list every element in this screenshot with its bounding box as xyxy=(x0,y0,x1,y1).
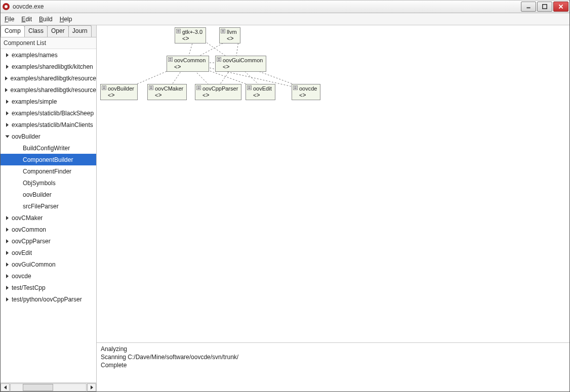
chevron-right-icon[interactable] xyxy=(4,88,10,92)
tree-item[interactable]: examples/sharedlibgtk/kitchen xyxy=(1,61,96,72)
tree-item-label: examples/staticlib/BlackSheep xyxy=(11,110,94,117)
tree-child-item[interactable]: oovBuilder xyxy=(1,189,96,200)
tree-item-label: examples/simple xyxy=(11,98,57,105)
tree-item[interactable]: examples/simple xyxy=(1,96,96,107)
menu-help[interactable]: Help xyxy=(60,16,72,23)
close-button[interactable] xyxy=(553,2,568,12)
tree-item-label: test/TestCpp xyxy=(11,284,46,291)
tree-child-item[interactable]: ComponentBuilder xyxy=(1,154,96,165)
tree-item[interactable]: oovCMaker xyxy=(1,212,96,224)
tree-item-label: srcFileParser xyxy=(22,203,59,210)
minimize-button[interactable] xyxy=(521,2,536,12)
output-line: Complete xyxy=(101,361,565,369)
tree-item[interactable]: oovCommon xyxy=(1,224,96,235)
diagram-node-llvm[interactable]: llvm<> xyxy=(219,27,240,43)
chevron-right-icon[interactable] xyxy=(4,216,11,220)
tree-item[interactable]: oovGuiCommon xyxy=(1,258,96,270)
diagram-canvas[interactable]: gtk+-3.0<>llvm<>oovCommon<>oovGuiCommon<… xyxy=(97,25,569,343)
chevron-right-icon[interactable] xyxy=(4,263,11,267)
tree-child-item[interactable]: ComponentFinder xyxy=(1,165,96,177)
tab-comp[interactable]: Comp xyxy=(1,25,25,37)
chevron-down-icon[interactable] xyxy=(4,135,11,139)
diagram-edges xyxy=(97,25,569,342)
scroll-right-button[interactable] xyxy=(87,383,96,391)
tree-item-label: ComponentBuilder xyxy=(22,156,73,163)
scroll-left-button[interactable] xyxy=(1,383,10,391)
component-icon xyxy=(217,57,221,62)
tree-item[interactable]: examples/staticlib/MainClients xyxy=(1,119,96,130)
output-panel[interactable]: AnalyzingScanning C:/Dave/Mine/software/… xyxy=(97,343,569,391)
titlebar: oovcde.exe xyxy=(1,0,569,13)
tree-item[interactable]: oovcde xyxy=(1,270,96,282)
tree-item-label: oovcde xyxy=(11,273,31,280)
menu-file[interactable]: File xyxy=(5,16,14,23)
tree-item-label: examples/sharedlibgtk/resource xyxy=(10,86,96,94)
chevron-right-icon[interactable] xyxy=(4,53,11,57)
chevron-right-icon[interactable] xyxy=(4,111,11,115)
component-icon xyxy=(102,85,106,90)
chevron-right-icon[interactable] xyxy=(4,76,10,80)
diagram-node-obld[interactable]: oovBuilder<> xyxy=(100,84,138,100)
tree-item[interactable]: examples/sharedlibgtk/resource xyxy=(1,72,96,84)
tab-oper[interactable]: Oper xyxy=(47,25,69,37)
component-icon xyxy=(149,85,153,90)
chevron-right-icon[interactable] xyxy=(4,65,11,69)
output-line: Scanning C:/Dave/Mine/software/oovcde/sv… xyxy=(101,353,565,361)
chevron-right-icon[interactable] xyxy=(4,239,11,243)
tree-item[interactable]: test/TestCpp xyxy=(1,282,96,293)
tree-item-label: examples/sharedlibgtk/kitchen xyxy=(11,63,93,70)
sidebar: CompClassOperJourn Component List exampl… xyxy=(1,25,97,391)
tree-item[interactable]: oovEdit xyxy=(1,247,96,258)
tree-item-label: ObjSymbols xyxy=(22,180,56,187)
tab-class[interactable]: Class xyxy=(24,25,48,37)
component-list-header: Component List xyxy=(1,37,96,49)
tree-item[interactable]: oovCppParser xyxy=(1,235,96,247)
tree-item-label: oovGuiCommon xyxy=(11,261,56,268)
tree-child-item[interactable]: srcFileParser xyxy=(1,200,96,212)
scroll-thumb[interactable] xyxy=(23,384,53,391)
sidebar-tabs: CompClassOperJourn xyxy=(1,25,96,37)
component-icon xyxy=(196,85,201,90)
tree-item[interactable]: examples/staticlib/BlackSheep xyxy=(1,107,96,119)
chevron-right-icon[interactable] xyxy=(4,286,11,290)
tree-child-item[interactable]: ObjSymbols xyxy=(1,177,96,189)
scroll-track[interactable] xyxy=(10,383,87,391)
tree-item-label: oovBuilder xyxy=(22,191,52,198)
component-icon xyxy=(247,85,252,90)
tree-item-label: BuildConfigWriter xyxy=(22,145,70,152)
component-icon xyxy=(168,57,173,62)
chevron-right-icon[interactable] xyxy=(4,100,11,104)
app-icon xyxy=(3,3,10,10)
diagram-node-ocmn[interactable]: oovCommon<> xyxy=(167,56,209,72)
maximize-button[interactable] xyxy=(537,2,552,12)
window-title: oovcde.exe xyxy=(13,3,521,10)
diagram-node-ogcmn[interactable]: oovGuiCommon<> xyxy=(215,56,266,72)
chevron-right-icon[interactable] xyxy=(4,274,11,278)
chevron-right-icon[interactable] xyxy=(4,297,11,301)
svg-rect-1 xyxy=(543,5,547,9)
tree-item[interactable]: oovBuilder xyxy=(1,130,96,142)
diagram-node-gtk[interactable]: gtk+-3.0<> xyxy=(175,27,206,43)
chevron-right-icon[interactable] xyxy=(4,228,11,232)
tree-item[interactable]: test/python/oovCppParser xyxy=(1,293,96,305)
tree-item[interactable]: examples/names xyxy=(1,49,96,61)
tab-journ[interactable]: Journ xyxy=(68,25,92,37)
menu-build[interactable]: Build xyxy=(39,16,53,23)
diagram-node-ocpp[interactable]: oovCppParser<> xyxy=(195,84,241,100)
chevron-right-icon[interactable] xyxy=(4,123,11,127)
tree-item-label: examples/staticlib/MainClients xyxy=(11,121,93,128)
component-icon xyxy=(221,29,225,33)
diagram-node-ocde[interactable]: oovcde<> xyxy=(292,84,320,100)
diagram-node-oedt[interactable]: oovEdit<> xyxy=(246,84,275,100)
chevron-right-icon[interactable] xyxy=(4,251,11,255)
component-icon xyxy=(293,85,298,90)
sidebar-hscrollbar[interactable] xyxy=(1,382,96,391)
tree-item-label: oovCMaker xyxy=(11,214,43,222)
diagram-node-ocmk[interactable]: oovCMaker<> xyxy=(147,84,187,100)
tree-item-label: oovBuilder xyxy=(11,133,40,140)
tree-child-item[interactable]: BuildConfigWriter xyxy=(1,142,96,154)
tree-item[interactable]: examples/sharedlibgtk/resource xyxy=(1,84,96,96)
output-line: Analyzing xyxy=(101,345,565,353)
component-tree[interactable]: examples/namesexamples/sharedlibgtk/kitc… xyxy=(1,49,96,382)
menu-edit[interactable]: Edit xyxy=(21,16,32,23)
